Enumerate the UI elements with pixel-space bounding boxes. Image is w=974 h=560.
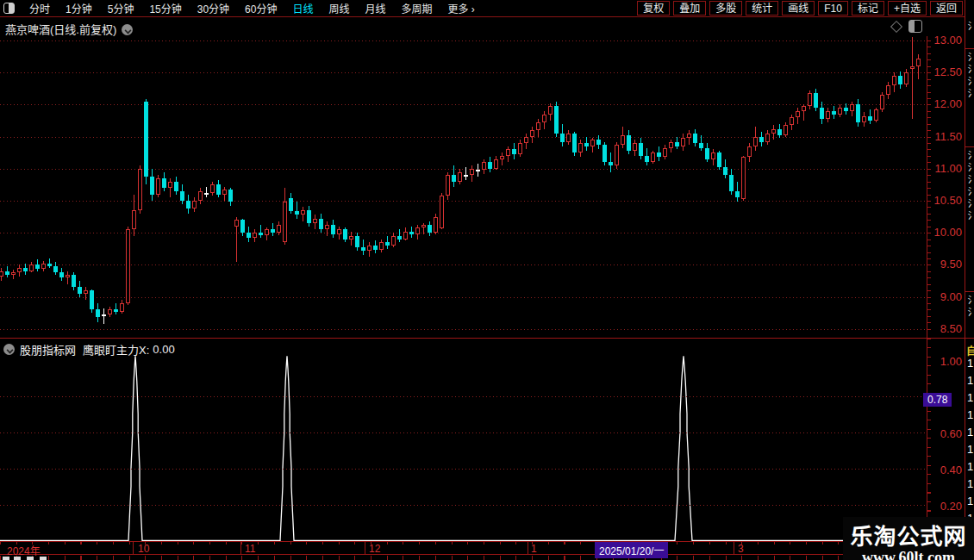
indicator-value-badge: 0.78: [923, 393, 952, 407]
clipped-text-fragment: [27, 557, 34, 560]
period-menu-item[interactable]: 月线: [358, 1, 394, 16]
period-menu-item[interactable]: 1分钟: [58, 1, 100, 16]
price-axis-label: 8.50: [940, 322, 962, 335]
price-gridline: [0, 104, 927, 105]
tools-menu: 复权叠加多股统计画线F10标记+自选返回: [637, 1, 963, 16]
right-side-strip[interactable]: 自 1111111111 氵氵氵氵氵氵氵氵氵氵氵氵氵: [965, 0, 974, 560]
indicator-plot[interactable]: [0, 338, 927, 541]
indicator-line: [0, 338, 927, 541]
strip-digit: 1: [967, 493, 973, 510]
price-axis-label: 9.00: [940, 290, 962, 303]
indicator-axis-label: 0.40: [940, 464, 962, 476]
clipped-text-fragment: [40, 557, 47, 560]
stock-title: 燕京啤酒(日线.前复权): [5, 23, 116, 36]
period-menu-item[interactable]: 15分钟: [141, 1, 189, 16]
period-menu-item[interactable]: 分时: [22, 1, 58, 16]
price-gridline: [0, 329, 927, 330]
price-axis-label: 12.50: [933, 65, 962, 78]
chart-title: 燕京啤酒(日线.前复权): [5, 21, 133, 37]
window-layout-icon[interactable]: [3, 3, 15, 14]
price-axis-label: 10.50: [933, 194, 962, 207]
time-axis-label: 3: [738, 543, 744, 555]
price-gridline: [0, 72, 927, 73]
chevron-down-icon[interactable]: [3, 344, 15, 355]
strip-clipped-text: 氵: [966, 21, 974, 33]
tool-button[interactable]: +自选: [888, 1, 927, 16]
price-axis-label: 10.00: [933, 226, 962, 239]
month-tick: [734, 542, 734, 555]
indicator-name-label: 鹰眼盯主力X:: [83, 341, 149, 358]
tool-button[interactable]: F10: [818, 1, 848, 16]
strip-digit: 1: [967, 458, 973, 476]
strip-digit: 1: [967, 476, 973, 493]
selected-date-badge: 2025/01/20/一: [595, 542, 668, 558]
tool-button[interactable]: 多股: [709, 1, 742, 16]
period-menu-item[interactable]: 周线: [321, 1, 357, 16]
strip-divider: [965, 338, 974, 339]
bottom-strip: [0, 556, 965, 560]
strip-digit: 1: [967, 355, 973, 372]
indicator-site-label: 股朋指标网: [20, 341, 76, 358]
tool-button[interactable]: 复权: [637, 1, 670, 16]
indicator-axis-label: 0.60: [940, 427, 962, 440]
month-tick: [528, 542, 528, 555]
watermark: 乐淘公式网 www.60lt.com: [843, 517, 974, 560]
candlestick-chart[interactable]: [0, 36, 927, 338]
strip-divider: [965, 291, 974, 292]
strip-digits-column: 1111111111: [967, 355, 973, 527]
tool-button[interactable]: 统计: [746, 1, 778, 16]
strip-digit: 1: [967, 441, 973, 458]
strip-clipped-text: 氵氵氵氵: [966, 52, 974, 100]
price-axis-label: 11.00: [934, 162, 962, 175]
period-menu-item[interactable]: 日线: [284, 1, 321, 16]
month-tick: [133, 542, 134, 555]
price-axis-label: 13.00: [933, 34, 962, 47]
period-menu-item[interactable]: 60分钟: [237, 1, 284, 16]
month-tick: [240, 542, 241, 555]
time-axis-label: 10: [138, 543, 149, 555]
time-axis: 2024年101112132025/01/20/一: [0, 541, 965, 555]
period-menu-item[interactable]: 30分钟: [190, 1, 237, 16]
price-axis-label: 11.50: [934, 130, 962, 143]
strip-digit: 1: [967, 389, 973, 407]
tool-button[interactable]: 标记: [852, 1, 884, 16]
strip-digit: 1: [967, 372, 973, 389]
top-menu-bar: 分时1分钟5分钟15分钟30分钟60分钟日线周线月线多周期更多 › 复权叠加多股…: [0, 0, 974, 17]
indicator-gridline: [0, 505, 927, 506]
period-menu-item[interactable]: 多周期: [394, 1, 440, 16]
strip-clipped-text: 氵氵氵氵氵氵: [966, 150, 974, 222]
indicator-gridline: [0, 432, 927, 433]
watermark-site-name: 乐淘公式网: [843, 519, 974, 551]
watermark-url: www.60lt.com: [843, 549, 974, 560]
price-gridline: [0, 297, 927, 298]
chevron-down-icon[interactable]: [122, 24, 133, 35]
price-gridline: [0, 137, 927, 138]
price-gridline: [0, 40, 927, 41]
period-menu-item[interactable]: 更多 ›: [440, 1, 483, 16]
strip-digit: 1: [967, 407, 973, 424]
tool-button[interactable]: 叠加: [673, 1, 706, 16]
price-axis-label: 9.50: [940, 258, 962, 271]
diamond-icon[interactable]: [890, 21, 902, 33]
price-axis-label: 12.00: [933, 97, 962, 110]
indicator-gridline: [0, 396, 927, 397]
tool-button[interactable]: 返回: [930, 1, 963, 16]
indicator-axis-minor-ticks: [927, 339, 931, 542]
strip-divider: [965, 48, 974, 49]
time-axis-label: 11: [245, 543, 255, 555]
chart-title-bar: 燕京啤酒(日线.前复权): [0, 17, 965, 36]
time-axis-label: 1: [531, 543, 537, 555]
period-menu: 分时1分钟5分钟15分钟30分钟60分钟日线周线月线多周期更多 ›: [22, 1, 483, 16]
price-axis: 13.0012.5012.0011.5011.0010.5010.009.509…: [927, 36, 965, 338]
split-pane-icon[interactable]: [908, 20, 922, 33]
strip-digit: 1: [967, 424, 973, 441]
indicator-axis: 1.000.600.400.20: [927, 338, 965, 541]
indicator-axis-label: 1.00: [940, 355, 962, 368]
period-menu-item[interactable]: 5分钟: [100, 1, 142, 16]
tool-button[interactable]: 画线: [782, 1, 815, 16]
strip-clipped-text: 氵氵: [966, 295, 974, 319]
price-gridline: [0, 264, 927, 265]
time-axis-label: 12: [369, 543, 380, 555]
clipped-text-fragment: [3, 557, 9, 560]
indicator-header: 股朋指标网 鹰眼盯主力X: 0.00: [3, 341, 175, 357]
